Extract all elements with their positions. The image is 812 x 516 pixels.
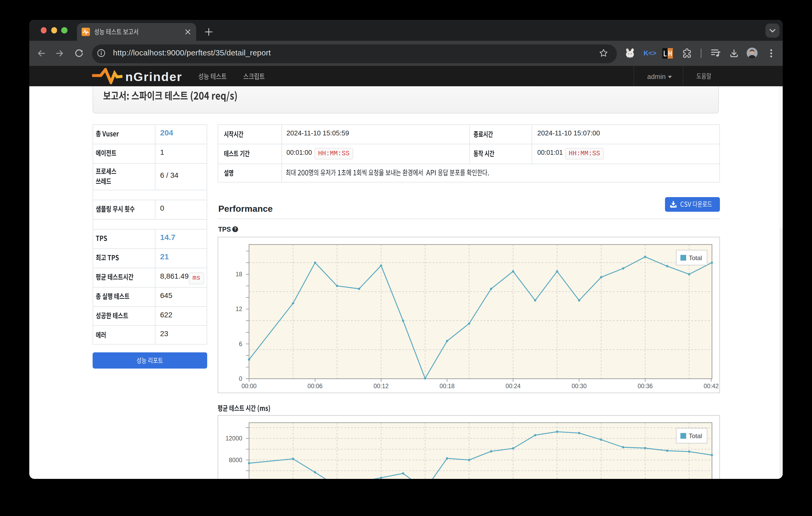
svg-text:0: 0 [239, 375, 242, 382]
svg-text:00:24: 00:24 [505, 383, 521, 389]
svg-text:12000: 12000 [225, 435, 242, 442]
svg-text:8000: 8000 [229, 456, 242, 463]
svg-text:00:00: 00:00 [241, 383, 256, 389]
svg-text:18: 18 [235, 271, 242, 278]
svg-text:00:42: 00:42 [703, 383, 719, 389]
svg-text:Total: Total [689, 432, 702, 439]
svg-text:00:06: 00:06 [308, 383, 323, 389]
svg-text:12: 12 [235, 306, 242, 312]
svg-text:00:12: 00:12 [373, 383, 388, 389]
svg-text:00:36: 00:36 [637, 383, 652, 389]
svg-text:00:18: 00:18 [439, 383, 455, 389]
svg-text:Total: Total [689, 254, 702, 261]
svg-text:00:30: 00:30 [571, 383, 586, 389]
svg-text:?: ? [234, 227, 236, 231]
svg-text:6: 6 [239, 340, 242, 347]
